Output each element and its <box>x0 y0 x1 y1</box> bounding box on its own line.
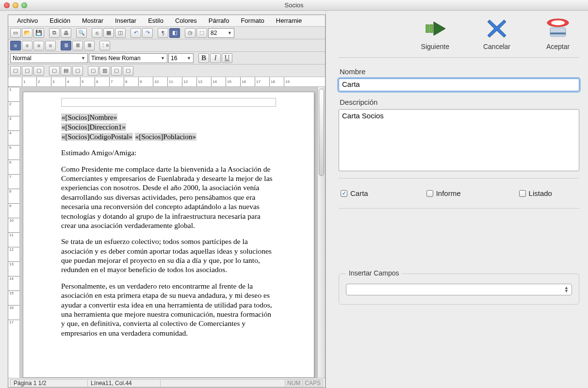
merge-field-cp[interactable]: «[Socios]CodigoPostal» <box>61 133 133 141</box>
border-9-button[interactable]: ▢ <box>111 66 122 76</box>
scrollbar-thumb[interactable] <box>319 89 324 176</box>
undo-button[interactable]: ↶ <box>131 28 141 38</box>
line-spacing-1-button[interactable]: ≣ <box>61 41 71 50</box>
align-center-button[interactable]: ≡ <box>22 41 33 50</box>
vertical-scrollbar[interactable] <box>317 87 325 378</box>
svg-rect-1 <box>430 25 433 32</box>
new-doc-button[interactable]: ▭ <box>10 28 21 38</box>
document-page[interactable]: «[Socios]Nombre» «[Socios]Direccion1» «[… <box>23 92 314 378</box>
cancel-button[interactable]: Cancelar <box>483 17 510 50</box>
pilcrow-button[interactable]: ¶ <box>158 28 168 38</box>
doc-paragraph-3[interactable]: Personalmente, es un verdadero reto enco… <box>61 281 276 338</box>
insert-fields-combo[interactable]: ▲▼ <box>346 284 572 295</box>
find-button[interactable]: 🔍 <box>76 28 87 38</box>
checkbox-informe[interactable]: Informe <box>426 189 461 197</box>
style-dropdown[interactable]: Normal▼ <box>10 53 88 63</box>
status-num: NUM <box>285 379 303 387</box>
merge-field-poblacion[interactable]: «[Socios]Poblacion» <box>135 133 196 141</box>
menu-parrafo[interactable]: Párrafo <box>203 16 235 25</box>
border-5-button[interactable]: ▤ <box>61 66 71 76</box>
vertical-ruler[interactable]: 1 2 3 4 5 6 7 8 9 10 11 12 13 14 15 16 1 <box>8 87 20 378</box>
font-size-value: 16 <box>171 55 177 62</box>
checkbox-informe-label: Informe <box>436 189 461 197</box>
menu-colores[interactable]: Colores <box>169 16 203 25</box>
svg-rect-6 <box>550 32 566 34</box>
status-position: Línea11, Col.44 <box>88 379 161 387</box>
line-spacing-3-button[interactable]: ≣ <box>84 41 95 50</box>
document-viewport: 1 2 3 4 5 6 7 8 9 10 11 12 13 14 15 16 1 <box>8 87 325 378</box>
italic-button[interactable]: I <box>210 53 221 63</box>
border-7-button[interactable]: ▢ <box>88 66 98 76</box>
svg-rect-5 <box>550 28 566 36</box>
type-checkboxes: ✓ Carta Informe Listado <box>339 185 579 201</box>
menu-herramientas[interactable]: Herramie <box>270 16 308 25</box>
redo-button[interactable]: ↷ <box>142 28 153 38</box>
menu-insertar[interactable]: Insertar <box>109 16 142 25</box>
accept-button[interactable]: Aceptar <box>544 17 572 50</box>
bullets-button[interactable]: ⋮≡ <box>99 41 110 50</box>
table-button[interactable]: ▦ <box>103 28 114 38</box>
horizontal-ruler[interactable]: 1 2 3 4 5 6 7 8 9 10 11 12 13 14 15 16 1 <box>8 77 325 87</box>
border-10-button[interactable]: ▢ <box>123 66 133 76</box>
line-spacing-2-button[interactable]: ≣ <box>72 41 83 50</box>
page-num-button[interactable]: ⬚ <box>196 28 207 38</box>
border-8-button[interactable]: ▥ <box>99 66 110 76</box>
checkbox-listado[interactable]: Listado <box>519 189 552 197</box>
border-6-button[interactable]: ▢ <box>72 66 83 76</box>
copy-button[interactable]: ⧉ <box>49 28 60 38</box>
doc-paragraph-1[interactable]: Como Presidente me complace darte la bie… <box>61 164 276 230</box>
menu-mostrar[interactable]: Mostrar <box>76 16 109 25</box>
doc-paragraph-2[interactable]: Se trata de un esfuerzo colectivo; todos… <box>61 237 276 275</box>
align-justify-button[interactable]: ≡ <box>45 41 56 50</box>
align-right-button[interactable]: ≡ <box>33 41 44 50</box>
border-3-button[interactable]: ▢ <box>33 66 44 76</box>
checkbox-informe-box <box>426 190 433 197</box>
next-icon <box>422 17 449 40</box>
font-size-dropdown[interactable]: 16▼ <box>168 53 194 63</box>
checkbox-carta[interactable]: ✓ Carta <box>341 189 368 197</box>
menu-bar: Archivo Edición Mostrar Insertar Estilo … <box>8 15 325 27</box>
cancel-label: Cancelar <box>483 43 510 50</box>
accept-label: Aceptar <box>546 43 570 50</box>
header-field[interactable] <box>61 98 276 107</box>
image-button[interactable]: ◫ <box>115 28 126 38</box>
menu-edicion[interactable]: Edición <box>44 16 76 25</box>
save-button[interactable]: 💾 <box>33 28 44 38</box>
border-2-button[interactable]: ▢ <box>22 66 33 76</box>
font-dropdown[interactable]: Times New Roman▼ <box>89 53 167 63</box>
font-value: Times New Roman <box>91 55 141 62</box>
open-button[interactable]: 📂 <box>22 28 33 38</box>
view-mode-button[interactable]: ◧ <box>169 28 180 38</box>
zoom-dropdown[interactable]: 82▼ <box>208 28 234 38</box>
checkbox-carta-label: Carta <box>350 189 368 197</box>
divider-3 <box>339 208 579 209</box>
doc-salutation[interactable]: Estimado Amigo/Amiga: <box>61 148 276 157</box>
description-textarea[interactable]: Carta Socios <box>339 109 579 171</box>
border-4-button[interactable]: ▢ <box>49 66 60 76</box>
next-button[interactable]: Siguiente <box>421 17 449 50</box>
name-input[interactable]: Carta <box>339 79 579 91</box>
menu-formato[interactable]: Formato <box>235 16 270 25</box>
description-value: Carta Socios <box>342 112 384 120</box>
toolbar-borders: ▢ ▢ ▢ ▢ ▤ ▢ ▢ ▥ ▢ ▢ <box>8 65 325 77</box>
merge-field-nombre[interactable]: «[Socios]Nombre» <box>61 113 117 121</box>
accept-icon <box>544 17 572 40</box>
description-label: Descripción <box>340 98 579 106</box>
divider-1 <box>339 57 579 58</box>
merge-field-direccion[interactable]: «[Socios]Direccion1» <box>61 123 126 131</box>
bold-button[interactable]: B <box>198 53 209 63</box>
style-value: Normal <box>13 55 32 62</box>
link-button[interactable]: ⎋ <box>92 28 102 38</box>
border-1-button[interactable]: ▢ <box>10 66 21 76</box>
align-left-button[interactable]: ≡ <box>10 41 21 50</box>
window-title: Socios <box>0 1 588 9</box>
clock-button[interactable]: ◷ <box>185 28 196 38</box>
menu-archivo[interactable]: Archivo <box>11 16 44 25</box>
status-caps: CAPS <box>303 379 323 387</box>
zoom-value: 82 <box>211 30 217 36</box>
menu-estilo[interactable]: Estilo <box>142 16 169 25</box>
print-button[interactable]: 🖶 <box>61 28 71 38</box>
next-label: Siguiente <box>421 43 449 50</box>
toolbar-file: ▭ 📂 💾 ⧉ 🖶 🔍 ⎋ ▦ ◫ ↶ ↷ ¶ ◧ ◷ ⬚ <box>8 27 325 39</box>
underline-button[interactable]: U <box>222 53 232 63</box>
